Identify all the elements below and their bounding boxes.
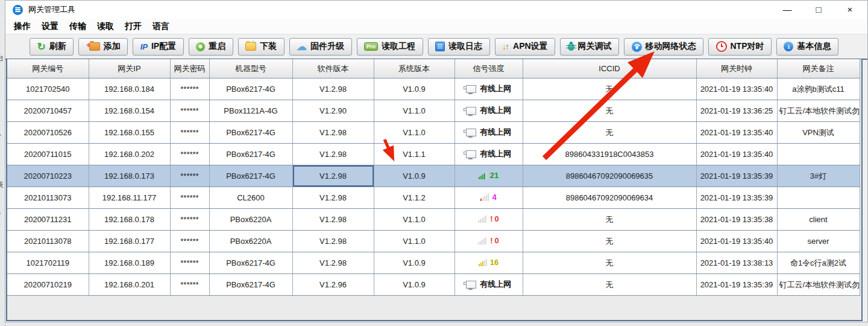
basic-info-button[interactable]: 基本信息 [776,38,838,56]
cell-model[interactable]: PBox6217-4G [209,252,292,274]
cell-model[interactable]: PBox6217-4G [209,78,292,100]
cell-sys_version[interactable]: V1.1.0 [374,122,454,144]
cell-ip[interactable]: 192.168.0.173 [89,165,170,187]
cell-sys_version[interactable]: V1.1.2 [374,187,454,209]
cell-sys_version[interactable]: V1.0.9 [374,165,454,187]
cell-gateway_id[interactable]: 1021702540 [7,78,89,100]
cell-password[interactable]: ****** [170,187,209,209]
cell-signal[interactable]: 16 [454,252,523,274]
cell-ip[interactable]: 192.168.0.189 [89,252,170,274]
cell-iccid[interactable]: 无 [523,274,696,296]
maximize-button[interactable]: □ [812,1,825,19]
cell-sw_version[interactable]: V1.2.98 [292,78,374,100]
cell-sys_version[interactable]: V1.1.0 [374,231,454,252]
cell-remark[interactable]: 钉工云/本地软件测试勿... [777,100,860,122]
cell-clock[interactable]: 2021-01-19 13:35:40 [696,144,777,165]
cell-sw_version[interactable]: V1.2.90 [292,100,374,122]
cell-clock[interactable]: 2021-01-19 13:36:25 [696,100,777,122]
cell-password[interactable]: ****** [170,144,209,165]
cell-sw_version[interactable]: V1.2.96 [292,274,374,296]
column-header-clock[interactable]: 网关时钟 [696,59,777,78]
download-button[interactable]: 下装 [238,38,285,56]
cell-ip[interactable]: 192.168.11.177 [89,187,170,209]
cell-ip[interactable]: 192.168.0.155 [89,122,170,144]
cell-remark[interactable]: VPN测试 [777,122,860,144]
cell-signal[interactable]: 有线上网 [454,100,523,122]
column-header-ip[interactable]: 网关IP [89,59,170,78]
cell-gateway_id[interactable]: 20210113073 [7,187,89,209]
menu-item-3[interactable]: 读取 [92,21,119,32]
close-button[interactable]: × [843,1,857,19]
table-row-3[interactable]: 20200711015192.168.0.202******PBox6217-4… [7,144,860,165]
cell-model[interactable]: PBox6220A [209,231,292,252]
cell-sys_version[interactable]: V1.1.0 [374,209,454,231]
cell-ip[interactable]: 192.168.0.178 [89,209,170,231]
cell-model[interactable]: PBox6217-4G [209,274,292,296]
cell-password[interactable]: ****** [170,165,209,187]
table-row-0[interactable]: 1021702540192.168.0.184******PBox6217-4G… [7,78,860,100]
cell-ip[interactable]: 192.168.0.201 [89,274,170,296]
cell-gateway_id[interactable]: 20200711231 [7,209,89,231]
table-row-6[interactable]: 20200711231192.168.0.178******PBox6220AV… [7,209,860,231]
ntp-sync-button[interactable]: NTP对时 [708,38,772,56]
cell-sw_version[interactable]: V1.2.98 [292,165,374,187]
column-header-signal[interactable]: 信号强度 [454,59,523,78]
cell-password[interactable]: ****** [170,122,209,144]
cell-ip[interactable]: 192.168.0.202 [89,144,170,165]
cell-clock[interactable]: 2021-01-19 13:35:39 [696,165,777,187]
restart-button[interactable]: 重启 [189,38,233,56]
cell-signal[interactable]: !0 [454,231,523,252]
column-header-remark[interactable]: 网关备注 [777,59,860,78]
cell-model[interactable]: PBox6220A [209,209,292,231]
table-row-9[interactable]: 20200710219192.168.0.201******PBox6217-4… [7,274,860,296]
cell-iccid[interactable]: 无 [523,209,696,231]
cell-remark[interactable]: a涂鸦b测试c11 [777,78,860,100]
cell-remark[interactable]: 命1令c行a测2试 [777,252,860,274]
cell-sw_version[interactable]: V1.2.98 [292,231,374,252]
cell-signal[interactable]: 4 [454,187,523,209]
cell-clock[interactable]: 2021-01-19 13:35:40 [696,78,777,100]
cell-signal[interactable]: 有线上网 [454,144,523,165]
cell-clock[interactable]: 2021-01-19 13:35:39 [696,274,777,296]
cell-model[interactable]: PBox6217-4G [209,165,292,187]
cell-sys_version[interactable]: V1.0.9 [374,274,454,296]
cell-model[interactable]: CL2600 [209,187,292,209]
cell-remark[interactable]: 钉工云/本地软件测试勿... [777,274,860,296]
cell-ip[interactable]: 192.168.0.177 [89,231,170,252]
cell-model[interactable]: PBox6217-4G [209,122,292,144]
cell-gateway_id[interactable]: 20200710526 [7,122,89,144]
table-row-7[interactable]: 20210113078192.168.0.177******PBox6220AV… [7,231,860,252]
cell-signal[interactable]: 有线上网 [454,274,523,296]
read-project-button[interactable]: 读取工程 [357,38,423,56]
cell-signal[interactable]: 有线上网 [454,78,523,100]
cell-gateway_id[interactable]: 20200710219 [7,274,89,296]
cell-sw_version[interactable]: V1.2.98 [292,122,374,144]
table-row-4[interactable]: 20200710223192.168.0.173******PBox6217-4… [7,165,860,187]
cell-signal[interactable]: !0 [454,209,523,231]
cell-clock[interactable]: 2021-01-19 13:35:39 [696,187,777,209]
table-row-2[interactable]: 20200710526192.168.0.155******PBox6217-4… [7,122,860,144]
cell-remark[interactable]: client [777,209,860,231]
cell-iccid[interactable]: 898604331918C0043853 [523,144,696,165]
menu-item-1[interactable]: 设置 [36,21,64,32]
cell-sw_version[interactable]: V1.2.98 [292,252,374,274]
ip-config-button[interactable]: IP配置 [133,38,184,56]
cell-clock[interactable]: 2021-01-19 13:35:40 [696,122,777,144]
cell-clock[interactable]: 2021-01-19 13:35:40 [696,231,777,252]
cell-gateway_id[interactable]: 20200710457 [7,100,89,122]
cell-ip[interactable]: 192.168.0.184 [89,78,170,100]
cell-sw_version[interactable]: V1.2.98 [292,209,374,231]
add-button[interactable]: 添加 [78,38,128,56]
cell-model[interactable]: PBox1121A-4G [209,100,292,122]
cell-password[interactable]: ****** [170,274,209,296]
gateway-debug-button[interactable]: 网关调试 [560,38,619,56]
cell-clock[interactable]: 2021-01-19 13:38:13 [696,252,777,274]
cell-iccid[interactable]: 无 [523,100,696,122]
column-header-model[interactable]: 机器型号 [209,59,292,78]
minimize-button[interactable]: — [781,1,794,19]
cell-sys_version[interactable]: V1.0.9 [374,78,454,100]
menu-item-4[interactable]: 打开 [119,21,147,32]
column-header-sw_version[interactable]: 软件版本 [292,59,374,78]
cell-ip[interactable]: 192.168.0.154 [89,100,170,122]
apn-settings-button[interactable]: APN设置 [495,38,556,56]
